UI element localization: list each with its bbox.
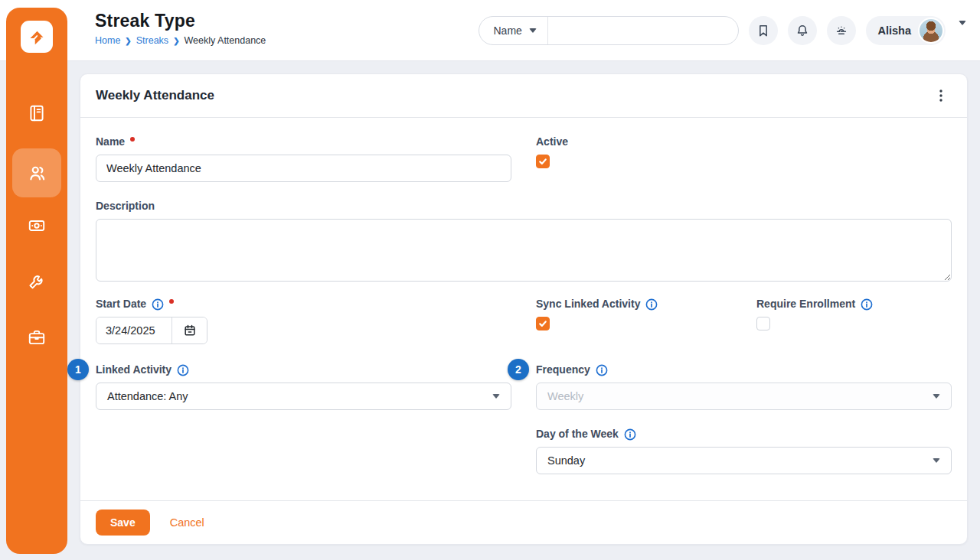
sidebar-item-journal[interactable] [12,92,61,135]
start-date-group [96,317,207,344]
avatar [918,18,944,44]
streak-type-panel: Weekly Attendance Name Active [80,73,968,545]
frequency-label: Frequency [536,363,590,376]
user-name: Alisha [877,24,911,37]
app-logo[interactable] [21,21,53,53]
required-indicator [169,299,174,304]
frequency-field-group: 2 Frequency Weekly [536,363,952,410]
sun-haze-icon [834,23,849,38]
chevron-down-icon [492,394,500,399]
info-icon[interactable] [177,364,189,376]
panel-title: Weekly Attendance [96,88,214,103]
info-icon[interactable] [152,298,164,311]
bookmark-icon [756,23,771,38]
save-button[interactable]: Save [96,510,150,536]
search-filter-label: Name [493,24,521,37]
active-label: Active [536,135,568,148]
sync-linked-activity-label: Sync Linked Activity [536,298,640,310]
title-block: Streak Type Home ❯ Streaks ❯ Weekly Atte… [95,11,266,46]
breadcrumb-home-link[interactable]: Home [95,35,120,46]
info-icon[interactable] [624,428,636,441]
breadcrumb: Home ❯ Streaks ❯ Weekly Attendance [95,35,266,46]
user-menu-caret-button[interactable] [956,22,969,40]
breadcrumb-streaks-link[interactable]: Streaks [136,35,168,46]
theme-toggle-button[interactable] [827,16,856,45]
day-of-week-label: Day of the Week [536,428,619,440]
check-icon [538,319,547,328]
name-field-group: Name [96,135,511,182]
sync-linked-activity-field-group: Sync Linked Activity [536,297,756,344]
description-label-row: Description [96,199,952,213]
header-actions: Name Alisha [479,16,969,45]
require-enrollment-label-row: Require Enrollment [756,297,952,311]
sync-linked-activity-checkbox[interactable] [536,317,550,330]
require-enrollment-field-group: Require Enrollment [756,297,952,344]
linked-activity-label-row: 1 Linked Activity [96,363,511,376]
step-badge-2: 2 [508,359,529,380]
notifications-button[interactable] [788,16,817,45]
active-label-row: Active [536,135,952,148]
panel-footer: Save Cancel [80,500,967,544]
chevron-down-icon [529,28,537,33]
chevron-down-icon [959,21,966,37]
name-label-row: Name [96,135,511,148]
people-icon [27,163,47,184]
frequency-select[interactable]: Weekly [536,383,952,410]
description-field-group: Description [96,199,952,282]
money-icon [27,216,47,236]
sync-linked-activity-label-row: Sync Linked Activity [536,297,756,311]
active-field-group: Active [536,135,952,182]
sidebar [6,8,67,554]
panel-body: Name Active Description [80,118,967,500]
start-date-field-group: Start Date [96,297,511,344]
day-of-week-label-row: Day of the Week [536,427,952,441]
breadcrumb-current: Weekly Attendance [185,35,266,46]
name-input[interactable] [96,155,511,182]
start-date-label-row: Start Date [96,297,511,311]
panel-options-button[interactable] [930,86,952,106]
chevron-down-icon [933,394,940,399]
day-of-week-value: Sunday [547,454,585,467]
cancel-button[interactable]: Cancel [170,516,204,529]
linked-activity-field-group: 1 Linked Activity Attendance: Any [96,363,511,410]
active-checkbox[interactable] [536,155,550,168]
breadcrumb-separator: ❯ [173,37,179,45]
search-input[interactable] [548,17,739,44]
page-title: Streak Type [95,11,266,31]
journal-icon [27,103,47,123]
sidebar-item-tools[interactable] [12,260,61,303]
description-textarea[interactable] [96,219,952,282]
description-label: Description [96,200,155,212]
bookmark-button[interactable] [749,16,778,45]
info-icon[interactable] [645,298,658,311]
day-of-week-select[interactable]: Sunday [536,447,952,474]
breadcrumb-separator: ❯ [125,37,131,45]
sidebar-item-finance[interactable] [12,204,61,247]
frequency-label-row: 2 Frequency [536,363,952,376]
chevron-down-icon [933,458,940,463]
start-date-label: Start Date [96,298,146,310]
rock-logo-icon [25,25,48,48]
app-header: Streak Type Home ❯ Streaks ❯ Weekly Atte… [0,0,980,61]
name-label: Name [96,135,125,148]
search-filter-dropdown[interactable]: Name [479,17,547,44]
sidebar-item-work[interactable] [12,316,61,359]
required-indicator [130,137,135,142]
info-icon[interactable] [861,298,873,311]
start-date-input[interactable] [96,317,172,343]
user-menu[interactable]: Alisha [866,16,946,45]
panel-header: Weekly Attendance [80,74,967,118]
step-badge-1: 1 [67,359,89,380]
info-icon[interactable] [596,364,608,376]
linked-activity-select[interactable]: Attendance: Any [96,383,511,410]
linked-activity-label: Linked Activity [96,363,172,376]
spacer [96,427,511,474]
require-enrollment-checkbox[interactable] [756,317,770,330]
calendar-icon [182,323,198,338]
kebab-menu-icon [935,89,947,103]
sidebar-item-people[interactable] [12,148,61,197]
wrench-icon [27,272,47,291]
day-of-week-field-group: Day of the Week Sunday [536,427,952,474]
date-picker-button[interactable] [172,317,207,343]
require-enrollment-label: Require Enrollment [756,298,855,310]
